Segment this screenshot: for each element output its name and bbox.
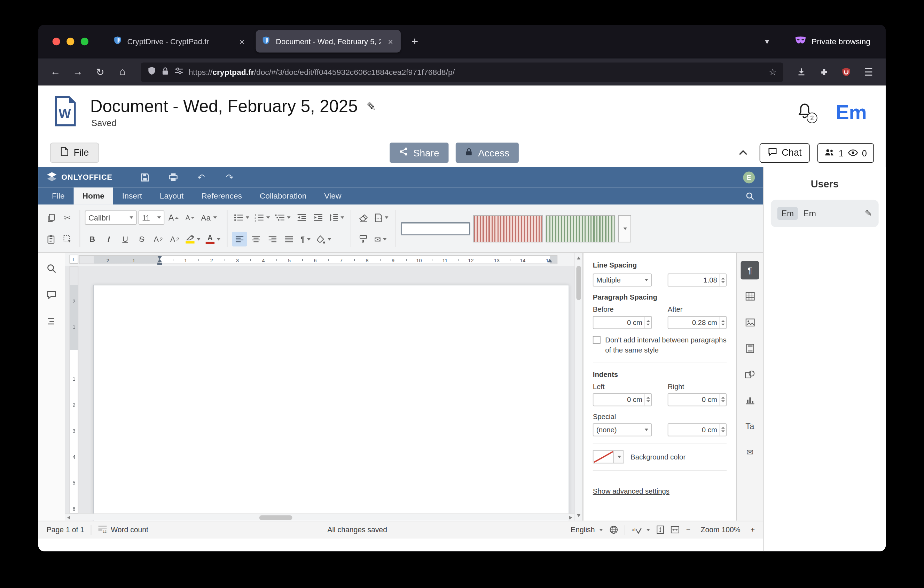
spinner-arrows[interactable]: [719, 424, 726, 436]
tab-cryptdrive[interactable]: CryptDrive - CryptPad.fr ×: [107, 30, 252, 52]
page-break-icon[interactable]: [373, 210, 390, 225]
access-button[interactable]: Access: [456, 143, 519, 163]
menu-button[interactable]: ☰: [858, 62, 879, 81]
extensions-icon[interactable]: [813, 62, 834, 81]
menu-collaboration[interactable]: Collaboration: [251, 187, 315, 205]
collapse-toolbar-button[interactable]: [734, 144, 752, 162]
indent-left-input[interactable]: 0 cm: [593, 393, 652, 406]
image-settings-icon[interactable]: [741, 313, 759, 331]
vertical-scrollbar[interactable]: [574, 253, 583, 520]
spacing-after-input[interactable]: 0.28 cm: [668, 316, 727, 329]
scroll-left-arrow[interactable]: [67, 516, 70, 519]
hanging-indent-marker[interactable]: [157, 259, 162, 262]
spell-checking-icon[interactable]: ab: [632, 526, 650, 534]
notifications-bell-icon[interactable]: 2: [794, 101, 815, 122]
menu-file[interactable]: File: [43, 187, 74, 205]
spacing-before-input[interactable]: 0 cm: [593, 316, 652, 329]
scroll-up-arrow[interactable]: [577, 256, 580, 259]
spinner-arrows[interactable]: [644, 394, 651, 405]
horizontal-scroll-thumb[interactable]: [259, 515, 292, 520]
bold-button[interactable]: B: [85, 232, 99, 247]
vertical-ruler[interactable]: 2 1 1 2 3 4 5 6: [69, 266, 78, 514]
list-all-tabs-button[interactable]: ▾: [759, 36, 775, 46]
lock-icon[interactable]: [162, 66, 169, 77]
zoom-out-button[interactable]: −: [686, 526, 690, 534]
indent-right-input[interactable]: 0 cm: [668, 393, 727, 406]
menu-references[interactable]: References: [193, 187, 251, 205]
zoom-in-button[interactable]: +: [751, 526, 755, 534]
italic-button[interactable]: I: [101, 232, 116, 247]
window-close-button[interactable]: [53, 37, 60, 45]
font-name-select[interactable]: Calibri: [85, 211, 137, 225]
edit-user-icon[interactable]: ✎: [865, 208, 872, 218]
textart-settings-icon[interactable]: Ta: [741, 417, 759, 435]
rename-document-icon[interactable]: ✎: [366, 99, 376, 113]
set-language-globe-icon[interactable]: [610, 525, 618, 534]
fit-page-icon[interactable]: [657, 525, 664, 534]
tracking-shield-icon[interactable]: [147, 66, 156, 78]
fit-width-icon[interactable]: [671, 526, 680, 533]
style-swatch-heading[interactable]: [546, 215, 615, 242]
line-spacing-icon[interactable]: [327, 210, 346, 225]
new-tab-button[interactable]: +: [404, 35, 425, 48]
strikethrough-button[interactable]: S: [134, 232, 149, 247]
tab-stop-selector[interactable]: L: [69, 254, 78, 263]
horizontal-ruler[interactable]: 2 1 1 2 3 4 5 6 7 8: [79, 255, 558, 264]
increase-indent-icon[interactable]: [310, 210, 325, 225]
style-swatch-normal[interactable]: [401, 222, 470, 235]
select-all-icon[interactable]: [60, 232, 75, 247]
spinner-arrows[interactable]: [719, 394, 726, 405]
shading-icon[interactable]: [315, 232, 333, 247]
account-avatar[interactable]: Em: [836, 101, 867, 124]
copy-style-icon[interactable]: [356, 232, 370, 247]
page-indicator[interactable]: Page 1 of 1: [47, 526, 84, 534]
undo-icon[interactable]: ↶: [195, 171, 208, 183]
mail-merge-icon[interactable]: ✉: [373, 232, 389, 247]
cut-icon[interactable]: ✂: [60, 210, 75, 225]
clear-style-icon[interactable]: [356, 210, 370, 225]
window-zoom-button[interactable]: [81, 37, 88, 45]
share-button[interactable]: Share: [389, 143, 449, 163]
editor-search-icon[interactable]: [737, 187, 763, 205]
menu-layout[interactable]: Layout: [151, 187, 192, 205]
justify-button[interactable]: [282, 232, 296, 247]
change-case-icon[interactable]: Aa: [199, 210, 218, 225]
increase-font-size-icon[interactable]: A: [166, 210, 181, 225]
table-settings-icon[interactable]: [741, 287, 759, 305]
comments-icon[interactable]: [43, 287, 59, 303]
chart-settings-icon[interactable]: [741, 391, 759, 409]
document-title[interactable]: Document - Wed, February 5, 2025: [90, 96, 358, 116]
right-indent-marker[interactable]: [547, 259, 552, 262]
menu-home[interactable]: Home: [73, 187, 113, 205]
line-spacing-select[interactable]: Multiple: [593, 273, 652, 286]
url-text[interactable]: https://cryptpad.fr/doc/#/3/doc/edit/ff0…: [189, 68, 764, 76]
bullet-list-icon[interactable]: [232, 210, 251, 225]
superscript-button[interactable]: A2: [151, 232, 165, 247]
underline-button[interactable]: U: [118, 232, 133, 247]
ublock-icon[interactable]: [836, 62, 856, 81]
advanced-settings-link[interactable]: Show advanced settings: [593, 487, 670, 496]
vertical-scroll-thumb[interactable]: [576, 266, 581, 300]
background-color-swatch[interactable]: [593, 451, 614, 463]
subscript-button[interactable]: A2: [167, 232, 182, 247]
tab-close-icon[interactable]: ×: [386, 36, 395, 46]
language-select[interactable]: English: [571, 526, 603, 534]
special-indent-select[interactable]: (none): [593, 423, 652, 436]
scroll-down-arrow[interactable]: [577, 514, 580, 517]
left-indent-marker[interactable]: [157, 263, 162, 265]
tab-document[interactable]: Document - Wed, February 5, 2 ×: [256, 30, 401, 52]
mail-merge-settings-icon[interactable]: ✉: [741, 443, 759, 461]
chat-button[interactable]: Chat: [759, 143, 810, 162]
interval-checkbox-row[interactable]: Don't add interval between paragraphs of…: [593, 335, 727, 356]
align-center-button[interactable]: [249, 232, 263, 247]
navigation-icon[interactable]: [43, 313, 59, 330]
background-color-dropdown[interactable]: [614, 451, 624, 463]
align-right-button[interactable]: [265, 232, 280, 247]
presence-indicator[interactable]: 1 0: [817, 143, 874, 162]
find-replace-icon[interactable]: [43, 260, 59, 276]
shape-settings-icon[interactable]: [741, 365, 759, 383]
style-swatch-no-spacing[interactable]: [473, 215, 543, 242]
align-left-button[interactable]: [232, 232, 247, 247]
home-button[interactable]: ⌂: [112, 62, 133, 81]
menu-view[interactable]: View: [315, 187, 350, 205]
